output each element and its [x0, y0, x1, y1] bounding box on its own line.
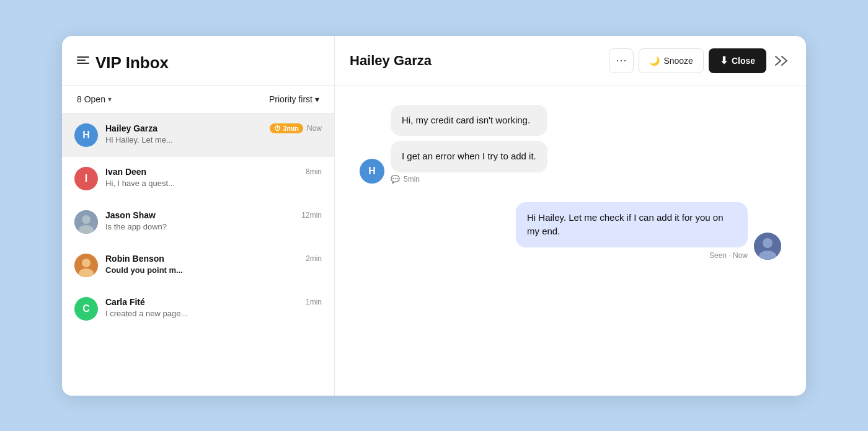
conv-time: 12min — [301, 211, 322, 220]
open-filter-button[interactable]: 8 Open ▾ — [77, 94, 112, 104]
avatar — [74, 210, 98, 234]
message-row: Hi Hailey. Let me check if I can add it … — [360, 202, 781, 260]
conversation-content: Hailey Garza ⏱ 3min Now Hi Hailey. Let m… — [105, 123, 322, 144]
snooze-icon: 🌙 — [649, 56, 660, 66]
conv-name: Ivan Deen — [105, 167, 146, 177]
timer-badge: ⏱ 3min — [270, 123, 303, 133]
sidebar-filters: 8 Open ▾ Priority first ▾ — [62, 86, 334, 113]
conv-preview: Could you point m... — [105, 265, 322, 275]
list-item[interactable]: I Ivan Deen 8min Hi, I have a quest... — [62, 157, 334, 200]
avatar: H — [74, 123, 98, 147]
message-time: 💬 5min — [391, 175, 547, 184]
chat-title: Hailey Garza — [350, 53, 601, 69]
conv-name: Jason Shaw — [105, 210, 156, 220]
avatar-photo-placeholder — [74, 254, 98, 277]
conv-preview: Hi, I have a quest... — [105, 179, 322, 188]
avatar: C — [74, 297, 98, 321]
list-item[interactable]: Robin Benson 2min Could you point m... — [62, 244, 334, 287]
conv-name: Carla Fité — [105, 297, 145, 307]
svg-line-11 — [782, 56, 787, 61]
svg-point-14 — [763, 238, 773, 248]
header-actions: ··· 🌙 Snooze ⬇ Close — [609, 48, 791, 73]
close-icon: ⬇ — [720, 55, 728, 66]
conversation-list: H Hailey Garza ⏱ 3min Now Hi Hailey. Let… — [62, 113, 334, 396]
conversation-content: Jason Shaw 12min Is the app down? — [105, 210, 322, 231]
conv-time: 2min — [306, 254, 322, 263]
snooze-label: Snooze — [663, 56, 693, 66]
conv-time: Now — [307, 124, 322, 133]
priority-filter-button[interactable]: Priority first ▾ — [269, 94, 319, 104]
agent-avatar — [754, 233, 781, 260]
svg-rect-2 — [77, 63, 89, 64]
svg-line-10 — [776, 61, 781, 65]
message-icon: 💬 — [391, 175, 400, 184]
conv-name: Robin Benson — [105, 254, 164, 264]
sidebar: VIP Inbox 8 Open ▾ Priority first ▾ H Ha… — [62, 36, 335, 396]
close-button[interactable]: ⬇ Close — [709, 48, 766, 73]
message-sender-avatar: H — [360, 159, 384, 184]
conv-time: 8min — [306, 167, 322, 176]
message-bubble: Hi, my credit card isn't working. — [391, 105, 547, 136]
avatar-photo-placeholder — [74, 210, 98, 234]
sidebar-header: VIP Inbox — [62, 36, 334, 86]
message-group: Hi, my credit card isn't working. I get … — [391, 105, 547, 184]
collapse-button[interactable] — [771, 51, 791, 71]
conversation-content: Carla Fité 1min I created a new page... — [105, 297, 322, 318]
message-bubble: I get an error when I try to add it. — [391, 141, 547, 172]
chat-messages: H Hi, my credit card isn't working. I ge… — [335, 86, 806, 396]
svg-line-12 — [782, 61, 787, 65]
conv-preview: Is the app down? — [105, 222, 322, 231]
priority-chevron-icon: ▾ — [315, 94, 319, 104]
svg-rect-1 — [77, 60, 86, 61]
app-container: VIP Inbox 8 Open ▾ Priority first ▾ H Ha… — [62, 36, 806, 396]
snooze-button[interactable]: 🌙 Snooze — [639, 48, 703, 73]
list-item[interactable]: H Hailey Garza ⏱ 3min Now Hi Hailey. Let… — [62, 113, 334, 157]
chat-area: Hailey Garza ··· 🌙 Snooze ⬇ Close — [335, 36, 806, 396]
conversation-content: Robin Benson 2min Could you point m... — [105, 254, 322, 275]
list-item[interactable]: Jason Shaw 12min Is the app down? — [62, 200, 334, 244]
close-label: Close — [732, 56, 755, 66]
sidebar-title: VIP Inbox — [95, 53, 169, 73]
chat-header: Hailey Garza ··· 🌙 Snooze ⬇ Close — [335, 36, 806, 86]
svg-rect-0 — [77, 56, 89, 58]
menu-icon[interactable] — [77, 56, 89, 69]
svg-line-9 — [776, 56, 781, 61]
avatar — [74, 254, 98, 277]
open-chevron-icon: ▾ — [108, 95, 112, 104]
svg-point-4 — [82, 215, 91, 224]
collapse-icon — [774, 55, 788, 66]
more-icon: ··· — [616, 54, 627, 67]
message-row: H Hi, my credit card isn't working. I ge… — [360, 105, 781, 184]
more-options-button[interactable]: ··· — [609, 48, 634, 73]
conv-preview: I created a new page... — [105, 309, 322, 318]
message-bubble: Hi Hailey. Let me check if I can add it … — [516, 202, 748, 247]
svg-point-7 — [82, 259, 91, 267]
avatar: I — [74, 167, 98, 190]
conv-preview: Hi Hailey. Let me... — [105, 135, 322, 144]
message-seen-status: Seen · Now — [709, 251, 748, 260]
list-item[interactable]: C Carla Fité 1min I created a new page..… — [62, 287, 334, 331]
conv-name: Hailey Garza — [105, 123, 157, 133]
conversation-content: Ivan Deen 8min Hi, I have a quest... — [105, 167, 322, 188]
conv-time: 1min — [306, 298, 322, 306]
